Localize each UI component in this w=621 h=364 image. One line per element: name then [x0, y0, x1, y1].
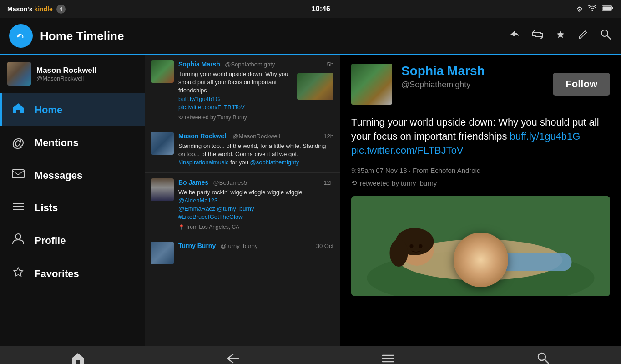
header-actions	[509, 29, 612, 43]
tweet-author-3: Bo James @BoJames5	[178, 178, 247, 187]
tweet-header-3: Bo James @BoJames5 12h	[178, 178, 333, 187]
compose-icon[interactable]	[577, 29, 589, 43]
tweet-text-3: We be party rockin' wiggle wiggle wiggle…	[178, 188, 333, 222]
tweet-hashtag-3[interactable]: #LikeBruceIGotTheGlow	[178, 213, 243, 220]
tweet-item-2[interactable]: Mason Rockwell @MasonRockwell 12h Standi…	[145, 126, 340, 173]
tweet-mention-3c[interactable]: @turny_burny	[217, 205, 254, 212]
user-info: Mason Rockwell @MasonRockwell	[36, 66, 96, 82]
follow-button[interactable]: Follow	[553, 73, 610, 96]
sidebar-user[interactable]: Mason Rockwell @MasonRockwell	[0, 55, 145, 93]
svg-point-11	[15, 234, 21, 239]
header: Home Timeline	[0, 18, 621, 55]
mentions-icon: @	[11, 136, 25, 150]
bottom-home-icon[interactable]	[64, 352, 91, 364]
tweet-author-handle-4: @turny_burny	[221, 243, 258, 249]
tweet-author-2: Mason Rockwell @MasonRockwell	[178, 132, 280, 140]
lists-icon	[11, 201, 25, 215]
tweet-item-1[interactable]: Sophia Marsh @Sophiathemighty 5h Turning…	[145, 55, 340, 126]
detail-timestamp: 9:35am 07 Nov 13 · From Echofon Android	[351, 167, 610, 174]
app-name: Mason's kindle	[7, 5, 53, 13]
svg-point-17	[390, 239, 408, 267]
bottom-menu-icon[interactable]	[374, 353, 402, 364]
tweet-author-name-4: Turny Burny	[178, 242, 216, 249]
search-icon[interactable]	[600, 29, 612, 43]
bottom-back-icon[interactable]	[219, 353, 247, 364]
tweet-mention-2[interactable]: @sophiathemighty	[250, 159, 299, 166]
favorite-icon[interactable]	[555, 29, 566, 43]
detail-link-2[interactable]: pic.twitter.com/FLTBJToV	[351, 145, 464, 156]
tweet-content-2: Mason Rockwell @MasonRockwell 12h Standi…	[178, 132, 333, 167]
retweet-icon-1: ⟲	[178, 114, 183, 121]
detail-user-name: Sophia Marsh	[401, 64, 544, 78]
tweet-location-3: 📍 from Los Angeles, CA	[178, 224, 333, 230]
lists-label: Lists	[35, 202, 58, 214]
bottom-search-icon[interactable]	[530, 352, 557, 364]
detail-image	[351, 196, 610, 296]
tweet-content-1: Sophia Marsh @Sophiathemighty 5h Turning…	[178, 60, 333, 121]
home-label: Home	[35, 104, 62, 116]
detail-retweet: ⟲ retweeted by turny_burny	[351, 179, 610, 187]
tweet-author-4: Turny Burny @turny_burny	[178, 242, 258, 250]
reply-icon[interactable]	[509, 30, 521, 42]
detail-retweet-icon: ⟲	[351, 179, 357, 187]
status-bar: Mason's kindle 4 10:46 ⚙	[0, 0, 621, 18]
tweet-item-3[interactable]: Bo James @BoJames5 12h We be party rocki…	[145, 173, 340, 237]
user-name: Mason Rockwell	[36, 66, 96, 75]
messages-icon	[11, 168, 25, 182]
detail-avatar	[351, 64, 392, 105]
tweet-item-4[interactable]: Turny Burny @turny_burny 30 Oct	[145, 236, 340, 270]
sidebar: Mason Rockwell @MasonRockwell Home @ Men…	[0, 55, 145, 346]
tweet-meta-1: ⟲ retweeted by Turny Burny	[178, 114, 333, 121]
svg-rect-7	[12, 170, 24, 178]
tweet-time-4: 30 Oct	[316, 243, 333, 249]
tweet-author-handle-1: @Sophiathemighty	[225, 61, 275, 68]
favorites-icon	[11, 266, 25, 281]
battery-icon	[602, 5, 614, 13]
tweet-text-2: Standing on top... of the world, for a l…	[178, 142, 333, 167]
user-avatar	[7, 62, 31, 86]
status-time: 10:46	[312, 5, 330, 13]
svg-point-19	[419, 244, 423, 248]
messages-label: Messages	[35, 170, 82, 182]
tweet-time-1: 5h	[327, 61, 333, 68]
detail-user-info: Sophia Marsh @Sophiathemighty	[401, 64, 544, 90]
tweet-content-3: Bo James @BoJames5 12h We be party rocki…	[178, 178, 333, 231]
sidebar-item-messages[interactable]: Messages	[0, 159, 145, 192]
retweet-icon[interactable]	[532, 30, 544, 42]
main-layout: Mason Rockwell @MasonRockwell Home @ Men…	[0, 55, 621, 346]
profile-label: Profile	[35, 235, 66, 247]
wifi-icon	[588, 5, 596, 13]
app-logo	[9, 24, 33, 48]
tweet-thumb-1	[297, 73, 333, 100]
tweet-header-4: Turny Burny @turny_burny 30 Oct	[178, 242, 333, 250]
tweet-author-name-3: Bo James	[178, 179, 208, 186]
sidebar-item-profile[interactable]: Profile	[0, 224, 145, 257]
tweet-list[interactable]: Sophia Marsh @Sophiathemighty 5h Turning…	[145, 55, 340, 346]
tweet-author-name-1: Sophia Marsh	[178, 61, 220, 68]
tweet-mention-3b[interactable]: @EmmaRaez	[178, 205, 215, 212]
svg-point-3	[15, 31, 27, 41]
page-title: Home Timeline	[40, 29, 124, 43]
detail-link-1[interactable]: buff.ly/1gu4b1G	[510, 131, 581, 142]
svg-rect-2	[612, 7, 613, 9]
sidebar-item-mentions[interactable]: @ Mentions	[0, 126, 145, 159]
tweet-link-1[interactable]: buff.ly/1gu4b1G	[178, 96, 220, 102]
tweet-author-1: Sophia Marsh @Sophiathemighty	[178, 60, 275, 68]
tweet-link-2[interactable]: pic.twitter.com/FLTBJToV	[178, 104, 245, 111]
tweet-hashtag-2[interactable]: #inspirationalmusic	[178, 159, 229, 166]
detail-panel: Sophia Marsh @Sophiathemighty Follow Tur…	[340, 55, 621, 346]
favorites-label: Favorites	[35, 268, 79, 280]
user-handle: @MasonRockwell	[36, 75, 96, 82]
sidebar-item-favorites[interactable]: Favorites	[0, 257, 145, 290]
sidebar-item-lists[interactable]: Lists	[0, 192, 145, 224]
mentions-label: Mentions	[35, 137, 79, 149]
detail-user-handle: @Sophiathemighty	[401, 80, 544, 90]
tweet-avatar-2	[151, 132, 174, 155]
notification-badge: 4	[56, 5, 66, 14]
svg-point-18	[410, 244, 414, 248]
tweet-mention-3a[interactable]: @AidenMa123	[178, 197, 217, 204]
tweet-time-2: 12h	[323, 133, 333, 140]
tweet-time-3: 12h	[323, 179, 333, 186]
svg-line-26	[545, 359, 548, 363]
sidebar-item-home[interactable]: Home	[0, 93, 145, 126]
